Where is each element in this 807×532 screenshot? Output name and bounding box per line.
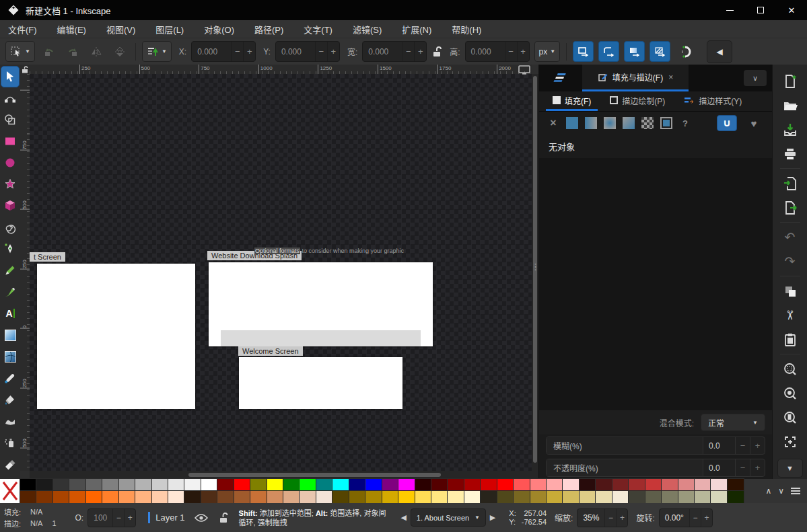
palette-swatch[interactable] — [678, 491, 695, 503]
palette-swatch[interactable] — [86, 491, 102, 503]
tool-rectangle[interactable] — [1, 130, 20, 152]
tool-paint-bucket[interactable] — [1, 389, 20, 410]
note-text-object[interactable]: Optional formats to consider when making… — [254, 248, 404, 254]
no-color-swatch[interactable] — [0, 479, 20, 503]
height-increment-button[interactable]: + — [517, 41, 529, 62]
paste-button[interactable] — [779, 328, 802, 350]
object-opacity-value[interactable]: 100 — [88, 513, 112, 523]
horizontal-scrollbar-thumb[interactable] — [188, 473, 441, 477]
palette-swatch[interactable] — [349, 491, 365, 503]
tool-shape-builder[interactable] — [1, 109, 20, 130]
tool-selector[interactable] — [1, 66, 20, 87]
palette-swatch[interactable] — [102, 491, 118, 503]
layer-lock-icon[interactable] — [219, 512, 228, 523]
palette-swatch[interactable] — [316, 479, 332, 491]
undo-button[interactable]: ↶ — [779, 226, 802, 248]
zoom-value[interactable]: 35% — [577, 513, 604, 523]
palette-swatch[interactable] — [119, 479, 135, 491]
palette-swatch[interactable] — [645, 491, 662, 503]
import-button[interactable] — [779, 172, 802, 194]
opacity-value[interactable]: 0.0 — [703, 459, 735, 476]
palette-swatch[interactable] — [365, 491, 382, 503]
palette-swatch[interactable] — [711, 491, 727, 503]
palette-swatch[interactable] — [695, 479, 711, 491]
unknown-paint-button[interactable]: ? — [679, 117, 691, 129]
palette-swatch[interactable] — [283, 491, 300, 503]
tool-eraser[interactable] — [1, 453, 20, 475]
height-field[interactable]: 0.000 − + — [465, 41, 530, 62]
palette-swatch[interactable] — [382, 491, 398, 503]
move-patterns-toggle[interactable] — [650, 41, 670, 62]
height-decrement-button[interactable]: − — [505, 41, 517, 62]
tool-pencil[interactable] — [1, 260, 20, 281]
maximize-button[interactable] — [745, 0, 776, 20]
x-field-value[interactable]: 0.000 — [192, 47, 231, 56]
palette-swatch[interactable] — [168, 479, 184, 491]
close-button[interactable]: ✕ — [776, 0, 807, 20]
y-field[interactable]: 0.000 − + — [275, 41, 340, 62]
flip-horizontal-button[interactable] — [87, 42, 106, 61]
select-mode-dropdown[interactable]: ▼ — [5, 41, 35, 62]
menu-item[interactable]: 文字(T) — [304, 23, 332, 36]
blend-mode-dropdown[interactable]: 正常 ▼ — [701, 414, 765, 431]
flip-vertical-button[interactable] — [110, 42, 129, 61]
rotation-value[interactable]: 0.00° — [660, 513, 689, 523]
fill-stroke-indicator[interactable]: 填充: N/A 描边: N/A 1 — [4, 506, 57, 529]
opacity-decrement-button[interactable]: − — [735, 459, 750, 476]
tool-star[interactable] — [1, 174, 20, 195]
opacity-decrement-button[interactable]: − — [112, 508, 124, 527]
palette-swatch[interactable] — [36, 479, 52, 491]
tab-fill[interactable]: 填充(F) — [546, 91, 598, 111]
palette-swatch[interactable] — [645, 479, 662, 491]
palette-swatch[interactable] — [201, 491, 217, 503]
object-opacity-field[interactable]: 100 − + — [87, 508, 136, 527]
palette-swatch[interactable] — [431, 479, 448, 491]
blur-decrement-button[interactable]: − — [735, 437, 750, 454]
palette-swatch[interactable] — [629, 479, 645, 491]
palette-swatch[interactable] — [563, 479, 579, 491]
tool-3d-box[interactable] — [1, 195, 20, 217]
palette-swatch[interactable] — [612, 479, 629, 491]
palette-swatch[interactable] — [415, 491, 431, 503]
menu-item[interactable]: 文件(F) — [8, 23, 37, 36]
scale-stroke-toggle[interactable] — [573, 41, 594, 62]
new-document-button[interactable] — [779, 70, 802, 92]
palette-swatch[interactable] — [580, 491, 596, 503]
snap-toggle-button[interactable] — [675, 42, 698, 61]
palette-swatch[interactable] — [135, 479, 151, 491]
menu-item[interactable]: 图层(L) — [155, 23, 184, 36]
menu-item[interactable]: 帮助(H) — [452, 23, 481, 36]
palette-swatch[interactable] — [514, 491, 530, 503]
rotation-field[interactable]: 0.00° − + — [659, 508, 713, 527]
palette-swatch[interactable] — [711, 479, 727, 491]
palette-swatch[interactable] — [481, 479, 497, 491]
palette-scroll-down-button[interactable]: ∨ — [778, 486, 784, 496]
palette-swatch[interactable] — [316, 491, 332, 503]
zoom-selection-button[interactable] — [779, 358, 802, 380]
palette-swatch[interactable] — [234, 491, 250, 503]
palette-swatch[interactable] — [86, 479, 102, 491]
palette-swatch[interactable] — [250, 491, 267, 503]
artboard-label[interactable]: t Screen — [30, 252, 65, 262]
vertical-ruler[interactable]: 7505002500250500750 — [20, 74, 30, 471]
menu-item[interactable]: 编辑(E) — [57, 23, 86, 36]
palette-swatch[interactable] — [398, 479, 415, 491]
palette-swatch[interactable] — [152, 491, 168, 503]
current-layer-selector[interactable]: Layer 1 — [155, 512, 184, 523]
fill-rule-nonzero-button[interactable]: ∪ — [717, 115, 737, 131]
palette-swatch[interactable] — [332, 479, 349, 491]
no-paint-button[interactable]: × — [547, 117, 559, 129]
menu-item[interactable]: 滤镜(S) — [353, 23, 382, 36]
width-field[interactable]: 0.000 − + — [362, 41, 427, 62]
palette-swatch[interactable] — [267, 479, 283, 491]
palette-swatch[interactable] — [431, 491, 448, 503]
z-order-dropdown[interactable]: ▼ — [142, 41, 172, 62]
palette-swatch[interactable] — [184, 491, 201, 503]
palette-swatch[interactable] — [217, 479, 234, 491]
opacity-slider[interactable]: 不透明度(%) — [547, 459, 703, 476]
palette-swatch[interactable] — [481, 491, 497, 503]
palette-swatch[interactable] — [415, 479, 431, 491]
palette-menu-button[interactable] — [791, 488, 800, 494]
tool-tweak[interactable] — [1, 410, 20, 432]
tool-dropper[interactable] — [1, 367, 20, 389]
